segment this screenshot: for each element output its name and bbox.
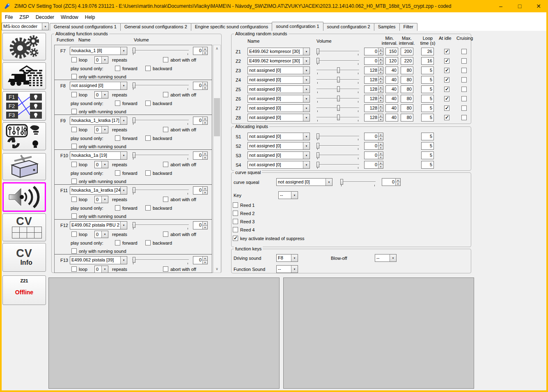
chevron-down-icon[interactable]: ▼ <box>303 95 310 102</box>
function-sounds-scrollbar[interactable]: ∧ ∨ <box>213 45 221 273</box>
sound-name-select[interactable]: E499.062 pistala [39] ▼ <box>70 256 127 264</box>
volume-spinner[interactable]: 0 ▲▼ <box>193 186 208 195</box>
sidebar-button-cv-info[interactable]: CV Info <box>2 243 46 272</box>
sidebar-button-function-mapping[interactable]: F1F2F3 <box>2 91 46 121</box>
spin-down-icon[interactable]: ▼ <box>378 70 383 74</box>
chevron-down-icon[interactable]: ▼ <box>42 23 48 30</box>
spin-up-icon[interactable]: ▲ <box>203 82 207 86</box>
volume-spinner[interactable]: 0 ▲▼ <box>193 221 208 229</box>
min-interval-input[interactable]: 40 <box>385 76 398 84</box>
spin-down-icon[interactable]: ▼ <box>396 182 400 186</box>
forward-checkbox[interactable] <box>115 66 120 71</box>
chevron-down-icon[interactable]: ▼ <box>101 231 108 238</box>
reed-4-checkbox[interactable] <box>233 227 238 232</box>
slider-thumb[interactable] <box>340 179 343 185</box>
scroll-up-icon[interactable]: ∧ <box>213 45 220 52</box>
spin-down-icon[interactable]: ▼ <box>203 86 207 90</box>
slider-thumb[interactable] <box>337 105 340 111</box>
abort-with-off-checkbox[interactable] <box>163 266 168 272</box>
cruising-checkbox[interactable] <box>461 96 467 101</box>
max-interval-input[interactable]: 220 <box>401 57 413 65</box>
volume-spinner[interactable]: 0 ▲▼ <box>193 82 208 90</box>
cruising-checkbox[interactable] <box>461 105 467 111</box>
slider-thumb[interactable] <box>133 83 135 88</box>
chevron-down-icon[interactable]: ▼ <box>303 86 310 93</box>
tab-filter[interactable]: Filter <box>399 23 417 31</box>
sidebar-button-cv-table[interactable]: CV <box>2 213 46 241</box>
maximize-button[interactable]: □ <box>510 0 529 12</box>
tab-engine-specific-sound-configurations[interactable]: Engine specific sound configurations <box>191 23 273 31</box>
volume-spinner[interactable]: 128 ▲▼ <box>364 95 383 103</box>
volume-spinner[interactable]: 0 ▲▼ <box>364 142 383 150</box>
forward-checkbox[interactable] <box>115 205 120 211</box>
loop-time-input[interactable]: 5 <box>421 95 434 103</box>
sidebar-button-z21[interactable]: Z21 Offline <box>2 275 46 305</box>
sound-name-select[interactable]: E499.062 pistala PBU 2 ▼ <box>70 221 127 229</box>
volume-slider[interactable] <box>131 47 190 55</box>
loop-checkbox[interactable] <box>71 162 77 167</box>
sound-name-select[interactable]: houkacka_1a [19] ▼ <box>70 151 127 160</box>
at-idle-checkbox[interactable] <box>444 96 449 101</box>
spin-down-icon[interactable]: ▼ <box>203 190 207 195</box>
loop-checkbox[interactable] <box>71 57 77 62</box>
spin-up-icon[interactable]: ▲ <box>378 48 383 51</box>
volume-slider[interactable] <box>316 66 360 74</box>
sidebar-button-decoder-settings[interactable] <box>2 33 46 60</box>
cruising-checkbox[interactable] <box>461 115 467 120</box>
at-idle-checkbox[interactable] <box>444 68 449 73</box>
slider-thumb[interactable] <box>133 187 135 193</box>
volume-spinner[interactable]: 128 ▲▼ <box>364 85 383 93</box>
at-idle-checkbox[interactable] <box>444 49 449 54</box>
volume-spinner[interactable]: 0 ▲▼ <box>364 151 383 159</box>
volume-slider[interactable] <box>316 142 360 150</box>
random-sound-select[interactable]: E499.062 kompresor [30] ▼ <box>248 57 310 65</box>
repeats-select[interactable]: 0 ▼ <box>94 91 108 99</box>
chevron-down-icon[interactable]: ▼ <box>303 105 310 112</box>
forward-checkbox[interactable] <box>115 101 120 106</box>
tab-general-sound-configurations-2[interactable]: General sound configurations 2 <box>120 23 191 31</box>
volume-slider[interactable] <box>316 48 360 55</box>
loop-time-input[interactable]: 5 <box>421 66 434 74</box>
slider-thumb[interactable] <box>337 96 340 101</box>
spin-up-icon[interactable]: ▲ <box>378 161 383 165</box>
random-sound-select[interactable]: E499.062 kompresor [30] ▼ <box>248 48 310 55</box>
sidebar-button-sound[interactable] <box>2 182 46 212</box>
max-interval-input[interactable]: 80 <box>401 66 413 74</box>
spin-up-icon[interactable]: ▲ <box>378 133 383 136</box>
chevron-down-icon[interactable]: ▼ <box>120 187 127 194</box>
volume-slider[interactable] <box>131 117 190 125</box>
backward-checkbox[interactable] <box>145 135 151 141</box>
sound-name-select[interactable]: houkacka_1_kratka [17] ▼ <box>70 117 127 125</box>
blow-off-select[interactable]: -- ▼ <box>375 254 397 262</box>
function-sound-select[interactable]: -- ▼ <box>276 265 298 273</box>
slider-thumb[interactable] <box>316 143 319 149</box>
min-interval-input[interactable]: 40 <box>385 114 398 121</box>
volume-spinner[interactable]: 0 ▲▼ <box>364 161 383 169</box>
at-idle-checkbox[interactable] <box>444 58 449 64</box>
loop-time-input[interactable]: 5 <box>421 104 434 112</box>
slider-thumb[interactable] <box>133 48 135 53</box>
sound-name-select[interactable]: houkacka_1a_kratka [24 ▼ <box>70 186 127 195</box>
spin-up-icon[interactable]: ▲ <box>378 86 383 89</box>
loop-time-input[interactable]: 5 <box>421 76 434 84</box>
chevron-down-icon[interactable]: ▼ <box>101 196 108 203</box>
spin-up-icon[interactable]: ▲ <box>378 57 383 61</box>
volume-spinner[interactable]: 128 ▲▼ <box>364 76 383 84</box>
min-interval-input[interactable]: 40 <box>385 95 398 103</box>
spin-up-icon[interactable]: ▲ <box>378 152 383 155</box>
chevron-down-icon[interactable]: ▼ <box>101 161 108 168</box>
min-interval-input[interactable]: 40 <box>385 66 398 74</box>
spin-down-icon[interactable]: ▼ <box>378 108 383 112</box>
spin-down-icon[interactable]: ▼ <box>378 146 383 149</box>
menu-item-zsp[interactable]: ZSP <box>16 13 32 21</box>
spin-up-icon[interactable]: ▲ <box>378 114 383 117</box>
at-idle-checkbox[interactable] <box>444 105 449 111</box>
slider-thumb[interactable] <box>133 257 135 263</box>
tab-sound-configuration-2[interactable]: sound configuration 2 <box>323 23 374 31</box>
forward-checkbox[interactable] <box>115 240 120 245</box>
spin-up-icon[interactable]: ▲ <box>378 67 383 70</box>
cruising-checkbox[interactable] <box>461 49 467 54</box>
spin-down-icon[interactable]: ▼ <box>378 165 383 168</box>
min-interval-input[interactable]: 40 <box>385 85 398 93</box>
volume-slider[interactable] <box>316 104 360 112</box>
